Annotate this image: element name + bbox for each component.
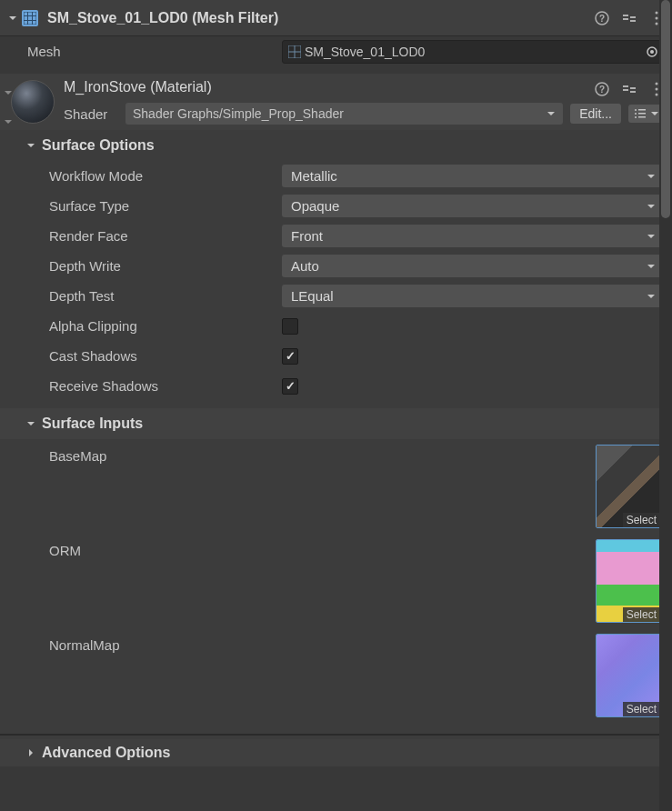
advanced-options-title: Advanced Options (42, 745, 170, 761)
object-picker-icon[interactable] (646, 45, 658, 58)
mesh-filter-icon (22, 10, 38, 26)
svg-point-11 (656, 11, 658, 14)
receive-shadows-label: Receive Shadows (27, 378, 282, 394)
basemap-label: BaseMap (49, 445, 596, 464)
svg-point-19 (635, 109, 637, 111)
mesh-filter-header: SM_Stove_01_LOD0 (Mesh Filter) ? (0, 0, 672, 36)
depth-write-dropdown[interactable]: Auto (282, 255, 665, 277)
dropdown-arrow-icon (647, 292, 656, 301)
dropdown-arrow-icon (647, 172, 656, 181)
foldout-arrow-right-icon (25, 747, 36, 758)
depth-test-label: Depth Test (27, 288, 282, 304)
preset-icon[interactable] (621, 81, 637, 97)
depth-write-label: Depth Write (27, 258, 282, 274)
advanced-options-header[interactable]: Advanced Options (0, 739, 672, 766)
receive-shadows-checkbox[interactable] (282, 378, 298, 395)
render-face-label: Render Face (27, 228, 282, 244)
svg-rect-28 (623, 89, 628, 91)
depth-test-dropdown[interactable]: LEqual (282, 285, 665, 307)
surface-inputs-header[interactable]: Surface Inputs (0, 408, 672, 439)
help-icon[interactable]: ? (594, 10, 610, 26)
basemap-texture-slot[interactable]: Select (596, 445, 661, 528)
svg-point-33 (656, 94, 658, 96)
material-preview-sphere[interactable] (11, 80, 55, 124)
orm-label: ORM (49, 539, 596, 558)
orm-texture-slot[interactable]: Select (596, 539, 661, 623)
svg-rect-10 (630, 20, 636, 22)
dropdown-arrow-icon (650, 109, 659, 118)
svg-rect-7 (623, 15, 628, 16)
svg-point-18 (650, 50, 654, 54)
cast-shadows-checkbox[interactable] (282, 348, 298, 365)
component-foldout[interactable] (7, 13, 22, 24)
mesh-field-row: Mesh SM_Stove_01_LOD0 (0, 36, 672, 66)
edit-shader-button[interactable]: Edit... (570, 104, 621, 124)
svg-rect-22 (638, 113, 646, 115)
svg-point-32 (656, 88, 658, 91)
divider (0, 734, 672, 736)
svg-rect-24 (638, 116, 646, 118)
svg-point-13 (656, 22, 658, 25)
shader-value: Shader Graphs/Simple_Prop_Shader (133, 106, 344, 121)
cast-shadows-label: Cast Shadows (27, 348, 282, 364)
basemap-select-button[interactable]: Select (623, 513, 660, 527)
scrollbar-thumb[interactable] (661, 0, 670, 218)
orm-select-button[interactable]: Select (623, 607, 660, 622)
normalmap-label: NormalMap (49, 634, 596, 653)
shader-dropdown[interactable]: Shader Graphs/Simple_Prop_Shader (125, 103, 563, 125)
svg-text:?: ? (599, 14, 605, 24)
mesh-label: Mesh (27, 44, 282, 59)
alpha-clipping-checkbox[interactable] (282, 318, 298, 335)
dropdown-arrow-icon (647, 232, 656, 241)
svg-point-23 (635, 116, 637, 118)
mesh-icon (288, 45, 301, 58)
scrollbar-track[interactable] (659, 0, 672, 811)
svg-rect-9 (630, 16, 636, 18)
svg-rect-0 (24, 12, 36, 25)
foldout-arrow-down-icon (25, 418, 36, 429)
dropdown-arrow-icon (547, 109, 556, 118)
surface-options-header[interactable]: Surface Options (0, 130, 672, 161)
workflow-mode-label: Workflow Mode (27, 168, 282, 184)
svg-text:?: ? (599, 85, 605, 95)
alpha-clipping-label: Alpha Clipping (27, 318, 282, 334)
surface-type-dropdown[interactable]: Opaque (282, 195, 665, 217)
svg-rect-8 (623, 18, 628, 20)
foldout-arrow-down-icon (25, 140, 36, 151)
surface-options-title: Surface Options (42, 137, 155, 154)
foldout-arrow-down-icon (7, 13, 18, 24)
surface-inputs-title: Surface Inputs (42, 416, 143, 432)
svg-point-31 (656, 83, 658, 85)
preset-icon[interactable] (621, 10, 637, 26)
workflow-mode-dropdown[interactable]: Metallic (282, 165, 665, 187)
render-face-dropdown[interactable]: Front (282, 225, 665, 247)
normalmap-texture-slot[interactable]: Select (596, 634, 661, 717)
svg-rect-29 (630, 87, 636, 89)
shader-section-foldout-icon[interactable] (4, 117, 13, 126)
svg-point-12 (656, 16, 658, 19)
list-icon (634, 107, 647, 120)
mesh-filter-title: SM_Stove_01_LOD0 (Mesh Filter) (47, 10, 594, 26)
normalmap-select-button[interactable]: Select (623, 702, 660, 716)
svg-rect-30 (630, 91, 636, 93)
surface-type-label: Surface Type (27, 198, 282, 214)
dropdown-arrow-icon (647, 202, 656, 211)
material-section: M_IronStove (Material) Shader Shader Gra… (0, 74, 672, 766)
svg-rect-20 (638, 109, 646, 111)
dropdown-arrow-icon (647, 262, 656, 271)
shader-label: Shader (64, 106, 118, 122)
mesh-value: SM_Stove_01_LOD0 (305, 45, 425, 59)
help-icon[interactable]: ? (594, 81, 610, 97)
material-foldout-icon[interactable] (4, 88, 13, 97)
svg-point-21 (635, 113, 637, 115)
mesh-object-field[interactable]: SM_Stove_01_LOD0 (282, 40, 665, 64)
svg-rect-27 (623, 85, 628, 87)
material-title: M_IronStove (Material) (64, 79, 665, 95)
